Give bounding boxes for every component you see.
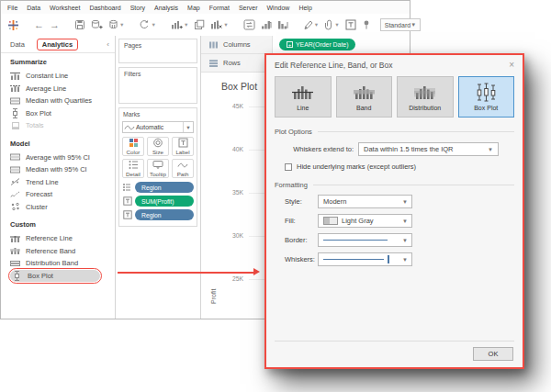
chevron-down-icon[interactable]: ▼: [223, 22, 228, 28]
analytics-item-label: Forecast: [26, 190, 52, 198]
menu-format[interactable]: Format: [209, 5, 230, 11]
analytics-item-average-with-95-ci[interactable]: Average with 95% CI: [10, 151, 115, 164]
menu-map[interactable]: Map: [187, 5, 200, 11]
reference-line-icon: [10, 234, 20, 243]
highlight-icon[interactable]: ▼: [303, 19, 319, 30]
mark-button-size[interactable]: Size: [147, 137, 169, 156]
shelf-column: Pages Filters Marks Automatic ▼ ColorSiz…: [116, 36, 201, 319]
fit-selector[interactable]: Standard▼: [380, 18, 421, 31]
analytics-item-label: Median with Quartiles: [26, 96, 92, 105]
sort-descending-icon[interactable]: [277, 19, 288, 30]
style-dropdown[interactable]: Modern ▼: [318, 195, 412, 208]
chevron-down-icon[interactable]: ▼: [334, 22, 339, 28]
analytics-item-totals: Totals: [10, 119, 115, 132]
menu-file[interactable]: File: [7, 5, 17, 11]
type-button-band[interactable]: Band: [336, 76, 393, 118]
field-pill-region[interactable]: Region: [135, 209, 194, 220]
menu-window[interactable]: Window: [267, 5, 290, 11]
analytics-item-average-line[interactable]: Average Line: [10, 83, 115, 95]
tab-analytics[interactable]: Analytics: [37, 39, 78, 50]
field-pill-sum-profit-[interactable]: SUM(Profit): [135, 196, 194, 207]
type-button-line[interactable]: Line: [275, 76, 332, 118]
chevron-down-icon: ▼: [402, 257, 408, 263]
mark-button-detail[interactable]: Detail: [122, 159, 144, 178]
tableau-logo-icon[interactable]: [7, 19, 19, 31]
totals-icon: [10, 121, 20, 130]
mark-buttons: ColorSizeLabelDetailTooltipPath: [122, 137, 194, 178]
filters-shelf[interactable]: Filters: [118, 67, 197, 104]
annotation-arrow-head: [253, 268, 260, 275]
data-source-icon[interactable]: ▼: [108, 19, 124, 30]
fill-dropdown[interactable]: Light Gray ▼: [318, 214, 412, 228]
sort-ascending-icon[interactable]: [261, 19, 272, 30]
menu-dashboard[interactable]: Dashboard: [89, 5, 120, 11]
average-line-icon: [10, 84, 20, 93]
menu-analysis[interactable]: Analysis: [154, 5, 178, 11]
chevron-down-icon[interactable]: ▼: [151, 22, 155, 28]
box-whisker-icon: [10, 108, 20, 118]
menu-data[interactable]: Data: [27, 5, 40, 11]
menu-worksheet[interactable]: Worksheet: [50, 5, 80, 11]
undo-icon[interactable]: ←: [34, 19, 44, 30]
chevron-down-icon[interactable]: ▼: [119, 22, 124, 28]
path-icon: [177, 161, 188, 170]
tab-data[interactable]: Data: [10, 40, 25, 49]
new-worksheet-icon[interactable]: ▼: [171, 19, 188, 30]
plot-options-header: Plot Options: [275, 128, 514, 136]
mark-button-path[interactable]: Path: [172, 159, 194, 178]
pages-shelf[interactable]: Pages: [118, 39, 197, 63]
menu-story[interactable]: Story: [130, 5, 145, 11]
show-labels-icon[interactable]: [345, 19, 356, 30]
chevron-down-icon[interactable]: ▼: [314, 22, 319, 28]
menu-server[interactable]: Server: [239, 5, 258, 11]
y-tick-45K: 45K: [219, 103, 243, 109]
expand-hierarchy-icon[interactable]: +: [287, 41, 293, 48]
analytics-item-reference-band[interactable]: Reference Band: [10, 245, 115, 258]
forecast-icon: [10, 190, 20, 199]
fix-axes-icon[interactable]: [362, 19, 371, 30]
field-pill-region[interactable]: Region: [135, 182, 194, 193]
ok-button[interactable]: OK: [473, 347, 513, 361]
refresh-icon[interactable]: ▼: [139, 19, 155, 30]
hide-marks-checkbox[interactable]: [285, 163, 292, 171]
clear-sheet-icon[interactable]: ▼: [210, 19, 228, 30]
analytics-item-distribution-band[interactable]: Distribution Band: [10, 257, 115, 270]
chevron-down-icon[interactable]: ▼: [183, 122, 193, 132]
collapse-pane-icon[interactable]: ‹: [107, 40, 109, 49]
analytics-item-label: Average with 95% CI: [26, 153, 90, 162]
analytics-item-box-plot[interactable]: Box Plot: [10, 107, 115, 120]
analytics-item-median-with-95-ci[interactable]: Median with 95% CI: [10, 163, 115, 176]
analytics-item-trend-line[interactable]: Trend Line: [10, 176, 115, 189]
analytics-item-forecast[interactable]: Forecast: [10, 188, 115, 201]
mark-button-tooltip[interactable]: Tooltip: [147, 159, 169, 178]
text-shelf-icon: [122, 210, 132, 219]
type-button-box-plot[interactable]: Box Plot: [458, 76, 515, 118]
close-icon[interactable]: ×: [509, 61, 514, 70]
duplicate-sheet-icon[interactable]: [194, 19, 205, 30]
analytics-item-box-plot[interactable]: Box Plot: [10, 270, 100, 282]
add-data-icon[interactable]: [91, 19, 103, 30]
whiskers-extend-dropdown[interactable]: Data within 1.5 times the IQR ▼: [358, 142, 499, 156]
mark-button-label[interactable]: Label: [172, 137, 194, 156]
type-button-distribution[interactable]: Distribution: [397, 76, 454, 118]
analytics-item-constant-line[interactable]: Constant Line: [10, 70, 115, 83]
chevron-down-icon[interactable]: ▼: [184, 22, 188, 28]
redo-icon[interactable]: →: [50, 19, 60, 30]
mark-type-dropdown[interactable]: Automatic ▼: [122, 121, 194, 133]
border-dropdown[interactable]: ▼: [318, 233, 412, 247]
analytics-item-median-with-quartiles[interactable]: Median with Quartiles: [10, 95, 115, 107]
marks-pills: RegionSUM(Profit)Region: [122, 182, 194, 220]
reference-band-icon: [10, 246, 20, 255]
columns-pill-year-order-date[interactable]: + YEAR(Order Date): [279, 39, 355, 50]
save-icon[interactable]: [74, 19, 85, 30]
columns-shelf[interactable]: Columns + YEAR(Order Date): [201, 36, 410, 54]
analytics-item-reference-line[interactable]: Reference Line: [10, 232, 115, 245]
whiskers-dropdown[interactable]: ▼: [318, 252, 412, 266]
swap-axes-icon[interactable]: [243, 19, 255, 30]
ci-band-icon: [10, 165, 20, 174]
mark-button-color[interactable]: Color: [122, 137, 144, 156]
analytics-item-cluster[interactable]: Cluster: [10, 201, 115, 214]
detail-shelf-icon: [122, 183, 132, 192]
menu-help[interactable]: Help: [298, 5, 311, 11]
format-icon[interactable]: ▼: [324, 19, 339, 30]
